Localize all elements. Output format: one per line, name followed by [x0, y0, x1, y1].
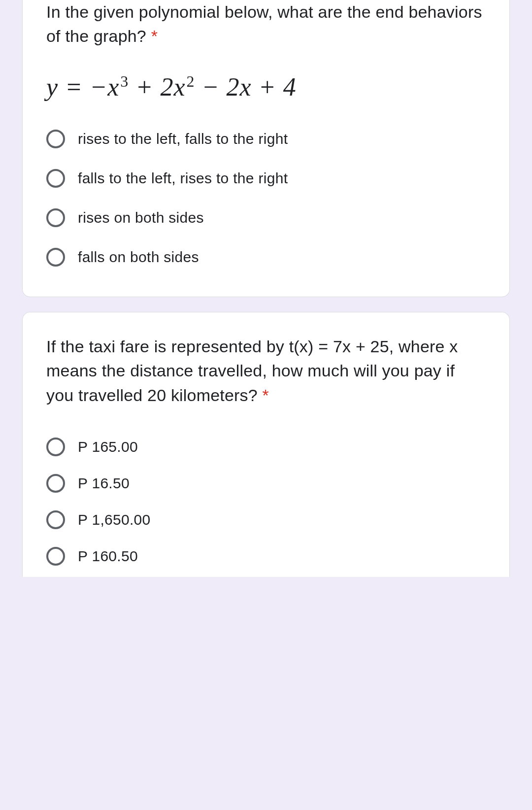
option-4[interactable]: falls on both sides [46, 241, 486, 273]
option-2[interactable]: falls to the left, rises to the right [46, 163, 486, 194]
option-3[interactable]: P 1,650.00 [46, 504, 486, 536]
option-1[interactable]: P 165.00 [46, 431, 486, 463]
options-group: rises to the left, falls to the right fa… [46, 123, 486, 273]
option-label: rises to the left, falls to the right [78, 131, 288, 147]
option-label: rises on both sides [78, 209, 204, 226]
question-title: If the taxi fare is represented by t(x) … [46, 335, 486, 407]
option-label: P 160.50 [78, 548, 138, 565]
question-text: In the given polynomial below, what are … [46, 2, 482, 45]
option-2[interactable]: P 16.50 [46, 468, 486, 499]
radio-icon [46, 438, 65, 456]
radio-icon [46, 474, 65, 493]
option-1[interactable]: rises to the left, falls to the right [46, 123, 486, 155]
radio-icon [46, 547, 65, 566]
question-card-1: In the given polynomial below, what are … [22, 0, 510, 297]
radio-icon [46, 248, 65, 267]
required-asterisk: * [151, 27, 158, 45]
radio-icon [46, 169, 65, 188]
option-label: P 1,650.00 [78, 511, 151, 528]
options-group: P 165.00 P 16.50 P 1,650.00 P 160.50 [46, 431, 486, 572]
radio-icon [46, 130, 65, 148]
question-card-2: If the taxi fare is represented by t(x) … [22, 312, 510, 577]
option-label: falls on both sides [78, 249, 199, 266]
option-4[interactable]: P 160.50 [46, 540, 486, 572]
option-label: P 165.00 [78, 439, 138, 455]
option-3[interactable]: rises on both sides [46, 202, 486, 234]
question-text: If the taxi fare is represented by t(x) … [46, 337, 458, 405]
radio-icon [46, 208, 65, 227]
option-label: P 16.50 [78, 475, 130, 492]
option-label: falls to the left, rises to the right [78, 170, 288, 187]
required-asterisk: * [263, 386, 269, 405]
question-title: In the given polynomial below, what are … [46, 0, 486, 49]
radio-icon [46, 510, 65, 529]
equation: y = −x3 + 2x2 − 2x + 4 [46, 72, 486, 101]
